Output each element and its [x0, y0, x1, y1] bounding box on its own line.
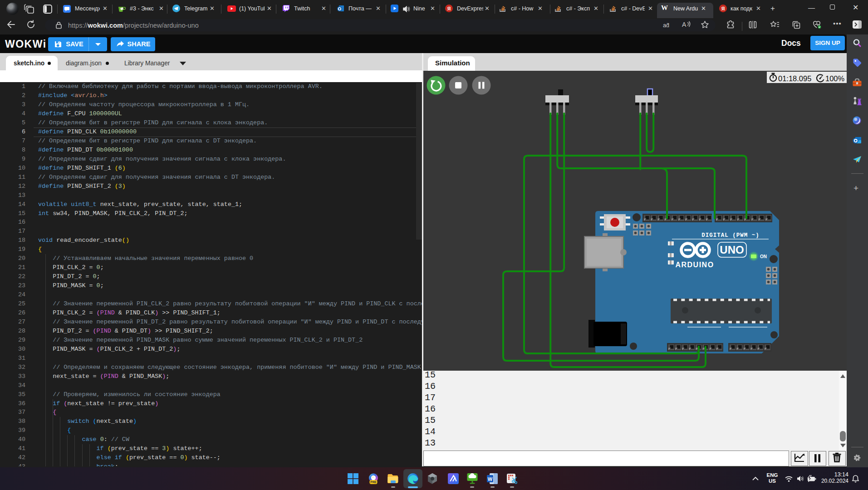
- svg-text:ARDUINO: ARDUINO: [675, 261, 714, 269]
- svg-text:01:18.095: 01:18.095: [778, 74, 811, 83]
- svg-text:100%: 100%: [825, 74, 845, 83]
- svg-text:W: W: [488, 476, 493, 482]
- svg-text:Я: Я: [721, 6, 725, 11]
- svg-text:Я: Я: [447, 6, 451, 11]
- svg-text:ON: ON: [760, 254, 767, 259]
- svg-text:UNO: UNO: [720, 244, 744, 256]
- svg-text:DIGITAL (PWM ~): DIGITAL (PWM ~): [701, 232, 760, 239]
- svg-text:PRE: PRE: [370, 480, 377, 484]
- svg-text:A: A: [682, 21, 687, 28]
